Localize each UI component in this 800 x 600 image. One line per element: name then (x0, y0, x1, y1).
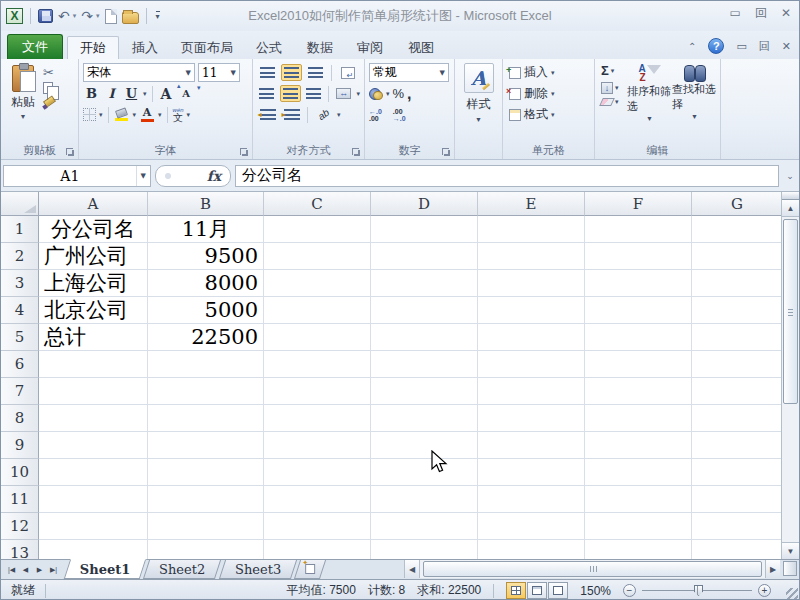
zoom-out-button[interactable]: − (623, 584, 636, 597)
cell-B6[interactable] (148, 351, 264, 378)
cell-E8[interactable] (478, 405, 585, 432)
cell-F5[interactable] (585, 324, 692, 351)
cell-G6[interactable] (692, 351, 783, 378)
cell-C11[interactable] (264, 486, 371, 513)
next-sheet-icon[interactable]: ▶ (33, 566, 46, 574)
row-header-3[interactable]: 3 (1, 270, 39, 297)
name-box[interactable]: A1 ▼ (3, 165, 151, 187)
cell-A6[interactable] (39, 351, 148, 378)
row-header-8[interactable]: 8 (1, 405, 39, 432)
cell-A4[interactable]: 北京公司 (39, 297, 148, 324)
cell-D1[interactable] (371, 216, 478, 243)
cell-G5[interactable] (692, 324, 783, 351)
cell-E2[interactable] (478, 243, 585, 270)
cell-G12[interactable] (692, 513, 783, 540)
cell-F9[interactable] (585, 432, 692, 459)
select-all-corner[interactable] (1, 192, 39, 216)
redo-icon[interactable]: ↷ (81, 9, 93, 23)
clear-button[interactable] (599, 98, 615, 106)
cell-B5[interactable]: 22500 (148, 324, 264, 351)
workbook-minimize-button[interactable]: ▭ (736, 40, 746, 53)
tab-file[interactable]: 文件 (7, 34, 63, 59)
cell-F12[interactable] (585, 513, 692, 540)
cell-E7[interactable] (478, 378, 585, 405)
tab-view[interactable]: 视图 (396, 36, 446, 59)
column-header-A[interactable]: A (39, 192, 148, 216)
number-dialog-launcher-icon[interactable] (442, 148, 451, 157)
cell-C12[interactable] (264, 513, 371, 540)
open-icon[interactable] (122, 12, 139, 24)
cell-B9[interactable] (148, 432, 264, 459)
cell-E3[interactable] (478, 270, 585, 297)
row-header-7[interactable]: 7 (1, 378, 39, 405)
comma-style-button[interactable]: , (407, 89, 411, 99)
cell-E13[interactable] (478, 540, 585, 559)
cell-B10[interactable] (148, 459, 264, 486)
row-header-13[interactable]: 13 (1, 540, 39, 559)
autosum-button[interactable]: Σ (601, 63, 609, 78)
cell-F3[interactable] (585, 270, 692, 297)
zoom-slider[interactable] (642, 584, 752, 597)
cell-F1[interactable] (585, 216, 692, 243)
cell-E11[interactable] (478, 486, 585, 513)
cell-F8[interactable] (585, 405, 692, 432)
sheet-tab-sheet1[interactable]: Sheet1 (64, 559, 147, 579)
cell-D5[interactable] (371, 324, 478, 351)
align-left-button[interactable] (257, 85, 277, 102)
column-header-D[interactable]: D (371, 192, 478, 216)
cell-E4[interactable] (478, 297, 585, 324)
restore-button[interactable]: 回 (755, 7, 767, 19)
cell-E5[interactable] (478, 324, 585, 351)
collapse-ribbon-icon[interactable]: ⌃ (688, 41, 696, 52)
scroll-left-icon[interactable]: ◀ (405, 560, 420, 578)
undo-icon[interactable]: ↶ (58, 9, 70, 23)
sheet-tab-sheet3[interactable]: Sheet3 (219, 560, 297, 579)
row-header-4[interactable]: 4 (1, 297, 39, 324)
prev-sheet-icon[interactable]: ◀ (19, 566, 32, 574)
cell-A2[interactable]: 广州公司 (39, 243, 148, 270)
cell-D10[interactable] (371, 459, 478, 486)
column-header-C[interactable]: C (264, 192, 371, 216)
cell-G9[interactable] (692, 432, 783, 459)
cell-A11[interactable] (39, 486, 148, 513)
cell-B2[interactable]: 9500 (148, 243, 264, 270)
cell-C2[interactable] (264, 243, 371, 270)
phonetic-guide-button[interactable]: wén 文 (173, 107, 184, 123)
tab-split-handle[interactable] (783, 561, 797, 576)
redo-dropdown-icon[interactable]: ▾ (96, 12, 100, 20)
cell-D6[interactable] (371, 351, 478, 378)
cell-G4[interactable] (692, 297, 783, 324)
new-workbook-icon[interactable] (105, 9, 117, 24)
zoom-slider-thumb[interactable] (694, 585, 703, 596)
tab-page-layout[interactable]: 页面布局 (169, 36, 245, 59)
cell-F10[interactable] (585, 459, 692, 486)
tab-home[interactable]: 开始 (67, 36, 119, 59)
cell-G8[interactable] (692, 405, 783, 432)
font-dialog-launcher-icon[interactable] (240, 148, 249, 157)
number-format-select[interactable]: 常规▼ (369, 63, 449, 82)
tab-data[interactable]: 数据 (295, 36, 345, 59)
cell-A7[interactable] (39, 378, 148, 405)
grow-font-button[interactable]: A (158, 85, 175, 103)
cell-E1[interactable] (478, 216, 585, 243)
increase-indent-button[interactable] (281, 106, 302, 123)
cell-B13[interactable] (148, 540, 264, 559)
cell-G13[interactable] (692, 540, 783, 559)
cell-D8[interactable] (371, 405, 478, 432)
cell-D13[interactable] (371, 540, 478, 559)
tab-insert[interactable]: 插入 (120, 36, 170, 59)
help-icon[interactable]: ? (708, 38, 724, 54)
scroll-right-icon[interactable]: ▶ (765, 560, 780, 578)
workbook-close-button[interactable]: ✕ (782, 40, 791, 53)
cell-C13[interactable] (264, 540, 371, 559)
shrink-font-button[interactable]: A (178, 85, 195, 103)
decrease-decimal-button[interactable]: .00→.0 (393, 108, 406, 122)
row-header-12[interactable]: 12 (1, 513, 39, 540)
expand-formula-bar-icon[interactable]: ⌄ (783, 171, 797, 181)
cell-B3[interactable]: 8000 (148, 270, 264, 297)
align-center-button[interactable] (280, 85, 301, 102)
cell-E9[interactable] (478, 432, 585, 459)
row-header-10[interactable]: 10 (1, 459, 39, 486)
workbook-restore-button[interactable]: 回 (759, 39, 770, 54)
find-select-button[interactable]: 查找和选择 ▼ (672, 63, 717, 145)
